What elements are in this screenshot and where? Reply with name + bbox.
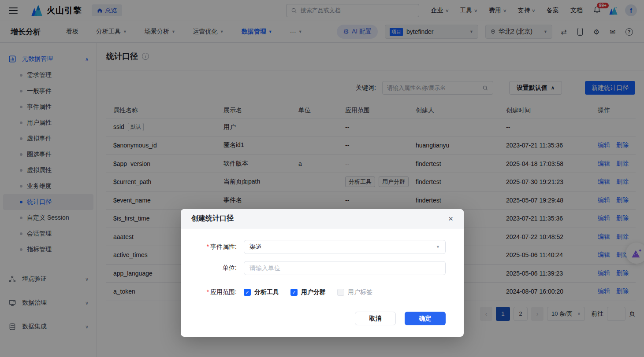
scope-checkbox-分析工具[interactable]: ✓分析工具 [244,288,279,296]
chevron-down-icon: ▼ [436,245,440,249]
checkbox-label: 用户标签 [348,288,372,296]
modal-title: 创建统计口径 [191,214,234,223]
scope-checkbox-用户分群[interactable]: ✓用户分群 [290,288,326,296]
create-caliber-modal: 创建统计口径 × *事件属性: 渠道 ▼ 单位: *应用范围: ✓分析工具✓用户… [181,209,464,337]
close-icon[interactable]: × [448,214,453,223]
event-prop-select[interactable]: 渠道 ▼ [244,240,446,254]
cancel-button[interactable]: 取消 [355,312,396,325]
required-asterisk: * [207,243,209,250]
required-asterisk: * [207,288,209,295]
scope-options: ✓分析工具✓用户分群用户标签 [244,285,372,299]
scope-checkbox-用户标签[interactable]: 用户标签 [337,288,372,296]
checkbox-label: 用户分群 [301,288,326,296]
checkbox-icon: ✓ [290,289,298,296]
checkbox-label: 分析工具 [254,288,279,296]
unit-input[interactable] [249,265,440,272]
checkbox-icon [337,289,344,296]
unit-field[interactable] [244,261,446,275]
scope-label: *应用范围: [181,288,237,296]
checkbox-icon: ✓ [244,289,251,296]
event-prop-value: 渠道 [249,243,262,251]
unit-label: 单位: [181,264,237,272]
event-prop-label: *事件属性: [181,243,237,251]
confirm-button[interactable]: 确定 [405,312,446,325]
